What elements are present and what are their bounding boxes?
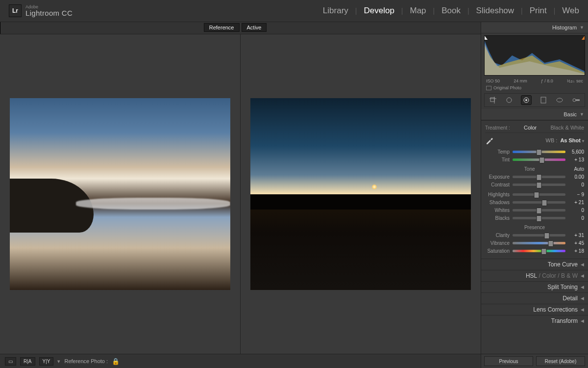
slider-value[interactable]: + 31 (568, 233, 584, 238)
reference-pane[interactable] (0, 34, 241, 354)
local-adjust-toolstrip (484, 93, 585, 107)
slider-thumb[interactable] (537, 174, 542, 181)
tone-label: Tone (524, 166, 535, 172)
slider-saturation[interactable]: Saturation+ 18 (485, 247, 584, 255)
brush-tool-icon[interactable] (571, 96, 581, 105)
panel-hsl[interactable]: HSL / Color / B & W ◀ (481, 270, 588, 281)
reference-photo (10, 98, 231, 290)
slider-thumb[interactable] (537, 149, 542, 156)
slider-value[interactable]: 0.00 (568, 174, 584, 180)
auto-tone-button[interactable]: Auto (574, 166, 584, 172)
view-mode-yy[interactable]: Y|Y (39, 357, 54, 366)
reset-button[interactable]: Reset (Adobe) (536, 356, 585, 366)
slider-label: Clarity (485, 233, 510, 238)
crop-tool-icon[interactable] (488, 96, 498, 105)
module-develop[interactable]: Develop (364, 6, 394, 16)
slider-thumb[interactable] (544, 233, 550, 239)
view-mode-single-icon[interactable]: ▭ (5, 357, 16, 366)
slider-clarity[interactable]: Clarity+ 31 (485, 231, 584, 239)
slider-value[interactable]: + 45 (568, 240, 584, 246)
chevron-left-icon: ◀ (581, 307, 584, 312)
shutter-value: ¹⁄₁₂₅ sec (567, 79, 583, 83)
slider-thumb[interactable] (548, 240, 553, 247)
slider-track[interactable] (513, 176, 565, 178)
slider-highlights[interactable]: Highlights− 9 (485, 190, 584, 198)
slider-track[interactable] (513, 250, 565, 252)
treatment-color[interactable]: Color (524, 125, 537, 131)
slider-thumb[interactable] (541, 248, 546, 255)
slider-thumb[interactable] (537, 215, 542, 222)
slider-value[interactable]: 5,600 (568, 149, 584, 155)
active-pane[interactable] (241, 34, 481, 354)
wb-dropdown[interactable]: As Shot ▾ (560, 137, 584, 143)
module-web[interactable]: Web (562, 6, 579, 16)
slider-value[interactable]: + 13 (568, 157, 584, 162)
module-book[interactable]: Book (441, 6, 461, 16)
slider-value[interactable]: − 9 (568, 192, 584, 197)
slider-thumb[interactable] (539, 157, 545, 163)
slider-thumb[interactable] (534, 192, 539, 198)
svg-point-13 (573, 99, 576, 102)
slider-thumb[interactable] (541, 200, 547, 206)
slider-thumb[interactable] (537, 182, 542, 188)
panel-detail[interactable]: Detail◀ (481, 292, 588, 304)
slider-value[interactable]: + 18 (568, 248, 584, 254)
bw-tab[interactable]: B & W (561, 272, 578, 279)
slider-label: Whites (485, 208, 510, 213)
radial-tool-icon[interactable] (555, 96, 564, 105)
slider-exposure[interactable]: Exposure0.00 (485, 173, 584, 181)
slider-track[interactable] (513, 201, 565, 204)
original-photo-toggle[interactable]: Original Photo (481, 84, 588, 91)
slider-value[interactable]: 0 (568, 182, 584, 187)
viewer: Reference Active ▭ R|A Y|Y ▾ Reference P… (0, 22, 481, 368)
slider-value[interactable]: 0 (568, 215, 584, 221)
slider-track[interactable] (513, 217, 565, 219)
slider-track[interactable] (513, 242, 565, 244)
app-logo: Lr Adobe Lightroom CC (9, 4, 73, 17)
slider-tint[interactable]: Tint+ 13 (485, 156, 584, 163)
slider-thumb[interactable] (537, 208, 542, 214)
module-map[interactable]: Map (410, 6, 426, 16)
color-tab[interactable]: Color (542, 272, 556, 279)
gradient-tool-icon[interactable] (539, 96, 548, 105)
histogram-header[interactable]: Histogram ▼ (481, 22, 588, 33)
slider-track[interactable] (513, 209, 565, 211)
basic-header[interactable]: Basic ▼ (481, 109, 588, 120)
slider-value[interactable]: 0 (568, 208, 584, 213)
slider-whites[interactable]: Whites0 (485, 206, 584, 214)
spot-tool-icon[interactable] (504, 96, 514, 105)
original-photo-label: Original Photo (493, 85, 521, 90)
eyedropper-icon[interactable] (485, 136, 494, 145)
slider-track[interactable] (513, 158, 565, 161)
slider-value[interactable]: + 21 (568, 200, 584, 205)
divider: | (521, 7, 523, 15)
slider-track[interactable] (513, 184, 565, 186)
module-slideshow[interactable]: Slideshow (476, 6, 514, 16)
histogram-display[interactable] (484, 35, 585, 76)
view-mode-dropdown-icon[interactable]: ▾ (57, 358, 60, 365)
slider-blacks[interactable]: Blacks0 (485, 214, 584, 222)
slider-temp[interactable]: Temp5,600 (485, 148, 584, 156)
panel-lens-corrections[interactable]: Lens Corrections◀ (481, 304, 588, 315)
slider-vibrance[interactable]: Vibrance+ 45 (485, 239, 584, 247)
module-print[interactable]: Print (530, 6, 547, 16)
panel-transform[interactable]: Transform◀ (481, 315, 588, 326)
svg-marker-4 (582, 36, 585, 40)
divider: | (467, 7, 469, 15)
basic-section: Treatment : Color Black & White WB : As … (481, 120, 588, 259)
slider-contrast[interactable]: Contrast0 (485, 181, 584, 188)
previous-button[interactable]: Previous (484, 356, 533, 366)
slider-track[interactable] (513, 151, 565, 153)
hsl-tab[interactable]: HSL (526, 272, 537, 279)
lock-icon[interactable]: 🔒 (112, 358, 120, 365)
panel-tone-curve[interactable]: Tone Curve◀ (481, 259, 588, 270)
slider-track[interactable] (513, 234, 565, 237)
slider-track[interactable] (513, 193, 565, 196)
redeye-tool-icon[interactable] (521, 95, 532, 105)
panel-split-toning[interactable]: Split Toning◀ (481, 281, 588, 292)
module-library[interactable]: Library (323, 6, 348, 16)
active-photo (250, 98, 471, 290)
slider-shadows[interactable]: Shadows+ 21 (485, 198, 584, 206)
view-mode-ra[interactable]: R|A (20, 357, 35, 366)
treatment-bw[interactable]: Black & White (551, 125, 584, 131)
